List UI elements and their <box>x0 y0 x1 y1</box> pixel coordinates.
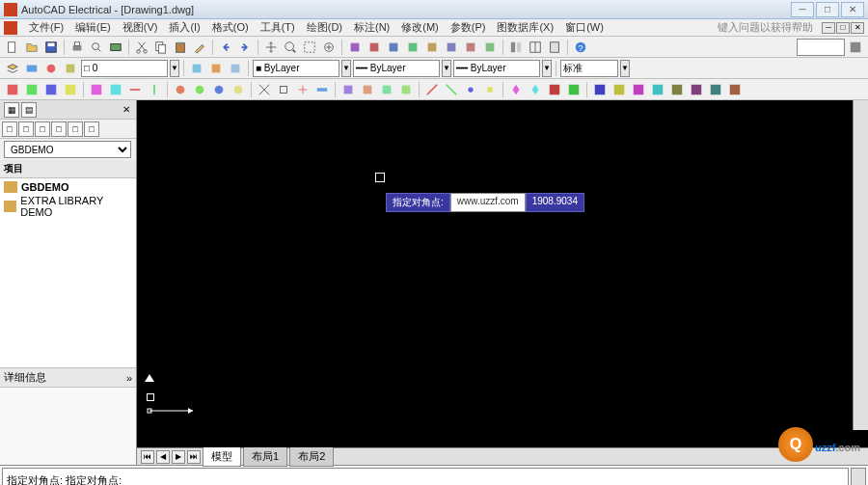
layermatch-icon[interactable] <box>188 60 205 77</box>
ace-a-icon[interactable] <box>4 81 21 98</box>
layer-icon[interactable] <box>4 60 21 77</box>
panel-btn-5[interactable]: □ <box>68 121 83 137</box>
ace-s-icon[interactable] <box>378 81 395 98</box>
tool-d-icon[interactable] <box>404 39 421 56</box>
ace-w-icon[interactable] <box>462 81 479 98</box>
ace-f-icon[interactable] <box>107 81 124 98</box>
ace-u-icon[interactable] <box>423 81 441 98</box>
details-header[interactable]: 详细信息» <box>0 367 136 388</box>
vertical-scrollbar[interactable] <box>853 100 868 430</box>
close-button[interactable]: ✕ <box>841 2 864 17</box>
ace-jj-icon[interactable] <box>726 81 744 98</box>
style-combo[interactable] <box>560 60 618 77</box>
publish-icon[interactable] <box>107 39 124 56</box>
layerprev-icon[interactable] <box>62 60 79 77</box>
tab-nav-last[interactable]: ⏭ <box>187 450 201 464</box>
ace-ff-icon[interactable] <box>649 81 666 98</box>
layerfreeze-icon[interactable] <box>227 60 244 77</box>
mdi-minimize[interactable]: ─ <box>822 22 835 34</box>
search-combo[interactable] <box>797 39 845 56</box>
pan-icon[interactable] <box>262 39 280 56</box>
panel-tab-1[interactable]: ▦ <box>4 102 19 118</box>
linetype-combo[interactable] <box>353 60 440 77</box>
ace-dd-icon[interactable] <box>610 81 628 98</box>
ace-k-icon[interactable] <box>210 81 228 98</box>
menu-modify[interactable]: 修改(M) <box>395 18 445 37</box>
minimize-button[interactable]: ─ <box>791 2 814 17</box>
maximize-button[interactable]: □ <box>816 2 839 17</box>
panel-btn-4[interactable]: □ <box>51 121 67 137</box>
ace-aa-icon[interactable] <box>546 81 563 98</box>
tool-g-icon[interactable] <box>462 39 479 56</box>
lineweight-dropdown[interactable]: ▼ <box>542 60 552 77</box>
matchprop-icon[interactable] <box>191 39 208 56</box>
tool-h-icon[interactable] <box>481 39 499 56</box>
color-combo[interactable] <box>253 60 339 77</box>
menu-param[interactable]: 参数(P) <box>445 18 492 37</box>
layerwalk-icon[interactable] <box>207 60 225 77</box>
redo-icon[interactable] <box>236 39 254 56</box>
color-dropdown[interactable]: ▼ <box>341 60 351 77</box>
layerstate-icon[interactable] <box>23 60 41 77</box>
menu-insert[interactable]: 插入(I) <box>163 18 205 37</box>
panel-tab-2[interactable]: ▤ <box>21 102 37 118</box>
ace-j-icon[interactable] <box>191 81 208 98</box>
menu-format[interactable]: 格式(O) <box>206 18 255 37</box>
ace-p-icon[interactable] <box>313 81 331 98</box>
ace-hh-icon[interactable] <box>688 81 705 98</box>
copy-icon[interactable] <box>152 39 170 56</box>
panel-btn-1[interactable]: □ <box>2 121 17 137</box>
ace-ee-icon[interactable] <box>630 81 647 98</box>
new-icon[interactable] <box>4 39 21 56</box>
cut-icon[interactable] <box>133 39 150 56</box>
project-tree[interactable]: GBDEMO EXTRA LIBRARY DEMO <box>0 178 136 367</box>
tab-nav-prev[interactable]: ◀ <box>156 450 170 464</box>
ace-z-icon[interactable] <box>527 81 544 98</box>
panel-close-icon[interactable]: ✕ <box>121 104 132 116</box>
panel-btn-2[interactable]: □ <box>18 121 34 137</box>
tab-layout1[interactable]: 布局1 <box>243 446 287 467</box>
zoomprev-icon[interactable] <box>320 39 338 56</box>
tree-item-extra[interactable]: EXTRA LIBRARY DEMO <box>2 194 134 219</box>
tool-a-icon[interactable] <box>346 39 364 56</box>
ace-h-icon[interactable] <box>146 81 163 98</box>
help-text[interactable]: 键入问题以获得帮助 <box>718 20 813 35</box>
properties-icon[interactable] <box>507 39 525 56</box>
ace-gg-icon[interactable] <box>668 81 686 98</box>
ace-r-icon[interactable] <box>359 81 376 98</box>
panel-btn-3[interactable]: □ <box>35 121 50 137</box>
tool-b-icon[interactable] <box>366 39 383 56</box>
ace-t-icon[interactable] <box>397 81 415 98</box>
ace-b-icon[interactable] <box>23 81 41 98</box>
designcenter-icon[interactable] <box>527 39 544 56</box>
tree-item-gbdemo[interactable]: GBDEMO <box>2 180 134 194</box>
tool-f-icon[interactable] <box>443 39 460 56</box>
ace-c-icon[interactable] <box>42 81 60 98</box>
ace-o-icon[interactable] <box>294 81 312 98</box>
zoom-icon[interactable] <box>282 39 299 56</box>
save-icon[interactable] <box>42 39 60 56</box>
menu-draw[interactable]: 绘图(D) <box>301 18 348 37</box>
ace-v-icon[interactable] <box>443 81 460 98</box>
zoomwin-icon[interactable] <box>301 39 318 56</box>
ace-l-icon[interactable] <box>230 81 247 98</box>
menu-view[interactable]: 视图(V) <box>117 18 164 37</box>
layer-combo[interactable] <box>81 60 168 77</box>
menu-window[interactable]: 窗口(W) <box>559 18 610 37</box>
layeriso-icon[interactable] <box>42 60 60 77</box>
open-icon[interactable] <box>23 39 41 56</box>
ace-cc-icon[interactable] <box>591 81 609 98</box>
layer-dropdown[interactable]: ▼ <box>170 60 179 77</box>
ace-g-icon[interactable] <box>126 81 144 98</box>
drawing-area[interactable]: 指定对角点: www.uzzf.com 1908.9034 ⏮ ◀ ▶ ⏭ 模型… <box>137 100 868 465</box>
mdi-close[interactable]: ✕ <box>851 22 864 34</box>
ace-n-icon[interactable] <box>275 81 292 98</box>
menu-dimension[interactable]: 标注(N) <box>348 18 395 37</box>
command-scrollbar[interactable] <box>851 468 866 485</box>
menu-file[interactable]: 文件(F) <box>23 18 69 37</box>
mdi-restore[interactable]: □ <box>836 22 850 34</box>
ace-q-icon[interactable] <box>339 81 357 98</box>
style-dropdown[interactable]: ▼ <box>620 60 630 77</box>
ace-bb-icon[interactable] <box>565 81 583 98</box>
tab-nav-first[interactable]: ⏮ <box>141 450 154 464</box>
